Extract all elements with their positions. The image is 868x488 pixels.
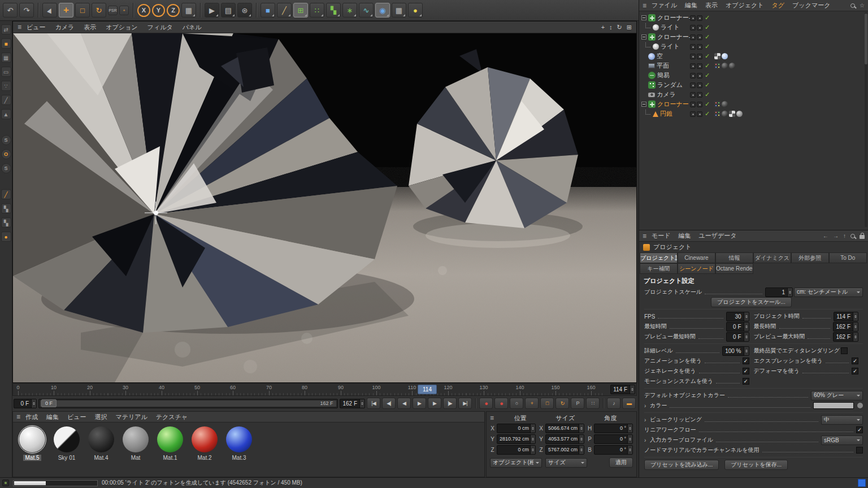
previous-key-button[interactable]: ◀| <box>382 398 396 409</box>
attribute-menu-icon[interactable]: ≡ <box>643 232 646 240</box>
tracer-button[interactable]: ∿ <box>359 3 374 18</box>
enable-check-icon[interactable]: ✓ <box>705 53 710 60</box>
editor-visibility-dot[interactable] <box>690 92 696 98</box>
expand-arrow-icon[interactable]: › <box>644 437 649 443</box>
axis-y-button[interactable]: Y <box>152 4 165 17</box>
render-visibility-dot[interactable] <box>697 102 702 107</box>
previous-frame-button[interactable]: ◀ <box>397 398 411 409</box>
redo-button[interactable]: ↷ <box>19 3 34 18</box>
workplane-mode-button[interactable]: ▭ <box>1 67 11 77</box>
primitive-cube-button[interactable]: ■ <box>261 3 275 18</box>
solo-toggle-button[interactable]: ▬ <box>622 398 636 409</box>
scene-light-button[interactable]: ● <box>408 3 423 18</box>
tab-key-interpolation[interactable]: キー補間 <box>640 263 678 274</box>
scrollbar[interactable] <box>865 12 867 227</box>
load-preset-button[interactable]: プリセットを読み込み... <box>644 460 719 470</box>
spinner-arrows[interactable] <box>744 333 749 341</box>
spinner-arrows[interactable] <box>630 385 635 394</box>
om-menu-objects[interactable]: オブジェクト <box>724 1 765 10</box>
tree-row-plane[interactable]: 平面 ✓ <box>639 61 868 71</box>
tab-info[interactable]: 情報 <box>715 252 753 263</box>
object-name[interactable]: 平面 <box>657 62 669 70</box>
am-menu-edit[interactable]: 編集 <box>678 232 692 240</box>
rotate-view-icon[interactable]: ↻ <box>617 24 622 31</box>
use-deformers-checkbox[interactable]: ✓ <box>852 368 858 374</box>
object-name[interactable]: 簡易 <box>657 71 670 80</box>
editor-visibility-dot[interactable] <box>690 102 696 107</box>
editor-visibility-dot[interactable] <box>690 73 696 79</box>
viewport-menu-options[interactable]: オプション <box>105 23 138 32</box>
object-name[interactable]: クローナー-1 <box>657 33 695 41</box>
record-parameter-toggle[interactable]: P <box>571 398 584 409</box>
field-button[interactable]: ◉ <box>375 3 390 18</box>
material-menu-select[interactable]: 選択 <box>94 413 108 421</box>
object-name[interactable]: ライト <box>661 42 680 51</box>
preview-max-field[interactable]: 162 F <box>833 332 858 342</box>
project-scale-field[interactable]: 1 <box>765 287 793 297</box>
expand-arrow-icon[interactable]: › <box>644 417 649 423</box>
history-forward-icon[interactable]: → <box>833 233 839 239</box>
undo-button[interactable]: ↶ <box>3 3 18 18</box>
record-scale-toggle[interactable]: □ <box>540 398 554 409</box>
mograph-cloner-button[interactable]: ⊞ <box>293 3 308 18</box>
input-profile-dropdown[interactable]: sRGB <box>821 435 863 445</box>
maximize-view-icon[interactable]: ⊞ <box>627 24 632 31</box>
spinner-arrows[interactable] <box>853 312 858 321</box>
psr-lock-toggle[interactable]: PSR <box>108 6 118 15</box>
material-tag-icon[interactable] <box>722 111 728 117</box>
volume-button[interactable]: ▦ <box>392 3 406 18</box>
render-visibility-dot[interactable] <box>697 92 702 98</box>
use-expressions-checkbox[interactable]: ✓ <box>852 358 858 364</box>
spinner-arrows[interactable] <box>627 446 632 454</box>
fps-field[interactable]: 30 <box>726 312 749 321</box>
collapse-icon[interactable] <box>641 102 646 107</box>
editor-visibility-dot[interactable] <box>690 111 696 117</box>
apply-button[interactable]: 適用 <box>609 457 633 468</box>
tree-row-sky[interactable]: 空 ✓ <box>639 51 868 61</box>
view-clipping-dropdown[interactable]: 中 <box>821 415 863 425</box>
tree-row-random-effector[interactable]: ランダム ✓ <box>639 80 868 90</box>
record-active-objects-button[interactable]: ● <box>479 398 493 409</box>
enable-check-icon[interactable]: ✓ <box>705 72 710 79</box>
viewport-menu-filter[interactable]: フィルタ <box>146 23 174 32</box>
use-generators-checkbox[interactable]: ✓ <box>743 368 749 374</box>
display-tag-icon[interactable] <box>714 111 721 117</box>
enable-check-icon[interactable]: ✓ <box>705 33 710 41</box>
tab-references[interactable]: 外部参照 <box>791 252 829 263</box>
viewport-menu-panel[interactable]: パネル <box>181 23 203 32</box>
material-tag-icon[interactable] <box>722 101 728 107</box>
eyedropper-icon[interactable] <box>857 403 863 408</box>
render-visibility-dot[interactable] <box>697 15 702 21</box>
om-menu-view[interactable]: 表示 <box>704 1 719 10</box>
om-menu-tags[interactable]: タグ <box>771 1 786 10</box>
material-item[interactable]: Mat.4 <box>86 426 116 461</box>
editor-visibility-dot[interactable] <box>690 15 696 21</box>
object-manager-menu-icon[interactable]: ≡ <box>643 2 646 10</box>
max-time-field[interactable]: 162 F <box>833 322 858 332</box>
record-position-toggle[interactable]: + <box>525 398 539 409</box>
spinner-arrows[interactable] <box>530 435 535 443</box>
quantize-toggle-button[interactable]: ▚ <box>1 217 11 228</box>
sky-texture-tag-icon[interactable] <box>722 53 728 59</box>
range-start-grip[interactable]: 0 F <box>41 399 57 407</box>
scale-project-button[interactable]: プロジェクトをスケール... <box>711 297 792 307</box>
spinner-arrows[interactable] <box>530 446 535 454</box>
render-visibility-dot[interactable] <box>697 73 702 79</box>
render-settings-button[interactable]: ⊛ <box>237 3 252 18</box>
tab-cineware[interactable]: Cineware <box>678 252 715 263</box>
object-name[interactable]: 円錐 <box>660 110 672 118</box>
spinner-arrows[interactable] <box>627 435 632 443</box>
display-tag-icon[interactable] <box>714 101 721 107</box>
position-z-field[interactable]: 0 cm <box>497 445 536 455</box>
angle-h-field[interactable]: 0 ° <box>594 424 633 433</box>
spinner-arrows[interactable] <box>627 424 632 433</box>
tree-row-light-2[interactable]: ライト ✓ <box>639 42 868 51</box>
range-bar[interactable] <box>40 400 336 407</box>
enable-check-icon[interactable]: ✓ <box>705 101 710 108</box>
search-icon[interactable] <box>850 3 855 8</box>
enable-axis-button[interactable]: ╱ <box>1 189 11 199</box>
editor-visibility-dot[interactable] <box>690 34 696 40</box>
material-menu-material[interactable]: マテリアル <box>115 413 149 421</box>
viewport-menu-view[interactable]: ビュー <box>25 23 47 32</box>
compositing-tag-icon[interactable] <box>729 111 735 117</box>
